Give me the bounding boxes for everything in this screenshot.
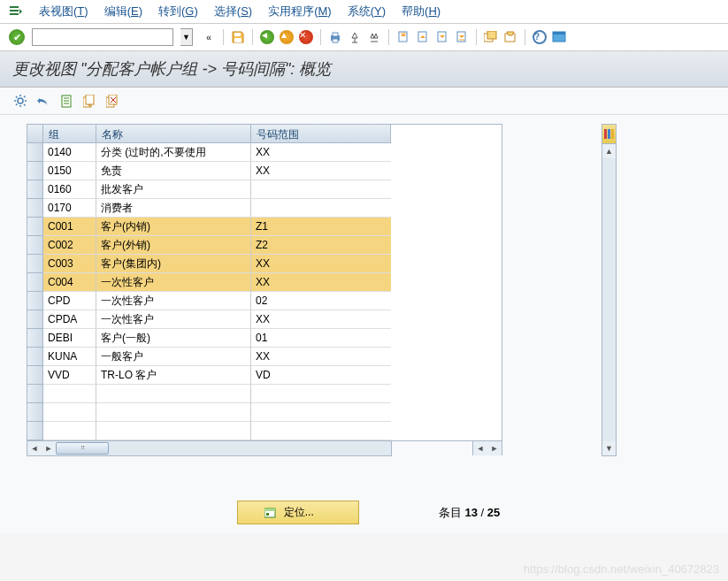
delete-button[interactable]	[104, 93, 120, 109]
cell-group[interactable]: C003	[43, 255, 96, 273]
row-selector[interactable]	[27, 236, 43, 255]
hscroll-right-icon[interactable]: ►	[42, 441, 56, 455]
hscroll2-left-icon[interactable]: ◄	[473, 441, 487, 455]
cell-name[interactable]: TR-LO 客户	[96, 366, 251, 385]
vscroll-down-icon[interactable]: ▼	[602, 441, 616, 455]
cell-name[interactable]: 消费者	[96, 199, 251, 218]
cell-name[interactable]: 客户(内销)	[96, 218, 251, 236]
cell-name[interactable]: 客户(外销)	[96, 236, 251, 255]
cell-range[interactable]: XX	[251, 143, 391, 162]
hscroll-left-icon[interactable]: ◄	[27, 441, 42, 455]
row-selector[interactable]	[27, 329, 43, 348]
hscroll-thumb[interactable]: ⠿	[56, 442, 109, 455]
cell-range[interactable]: 02	[251, 292, 391, 310]
enter-button[interactable]: ✔	[9, 29, 25, 45]
hscroll2-right-icon[interactable]: ►	[487, 441, 502, 455]
cell-group[interactable]: C002	[43, 236, 96, 255]
cell-group[interactable]: 0170	[43, 199, 96, 218]
help-button[interactable]: ?	[531, 28, 548, 46]
cell-name[interactable]	[96, 385, 251, 403]
row-selector[interactable]	[27, 385, 43, 403]
layout-button[interactable]	[550, 28, 568, 46]
find-next-button[interactable]	[365, 28, 383, 46]
cell-group[interactable]: C001	[43, 218, 96, 236]
undo-button[interactable]	[35, 93, 51, 109]
command-field[interactable]	[32, 28, 173, 46]
col-header-range[interactable]: 号码范围	[251, 125, 391, 143]
row-selector[interactable]	[27, 403, 43, 422]
cell-range[interactable]: 01	[251, 329, 391, 348]
cell-name[interactable]: 一次性客户	[96, 310, 251, 329]
cell-group[interactable]	[43, 422, 96, 440]
change-display-button[interactable]	[12, 93, 28, 109]
cell-range[interactable]: XX	[251, 255, 391, 273]
cell-name[interactable]: 一次性客户	[96, 273, 251, 292]
exit-button[interactable]: ▲	[278, 28, 295, 46]
cell-group[interactable]: CPD	[43, 292, 96, 310]
vscroll-track[interactable]	[602, 158, 616, 441]
vscroll-up-icon[interactable]: ▲	[602, 144, 616, 158]
cell-group[interactable]	[43, 385, 96, 403]
shortcut-button[interactable]	[502, 28, 519, 46]
save-button[interactable]	[229, 28, 247, 46]
hscroll-track[interactable]: ⠿	[56, 441, 391, 455]
cell-range[interactable]: Z2	[251, 236, 391, 255]
cell-name[interactable]	[96, 422, 251, 440]
menu-select[interactable]: 选择(S)	[214, 4, 252, 19]
position-button[interactable]: 定位...	[237, 501, 359, 524]
row-selector[interactable]	[27, 348, 43, 366]
cell-group[interactable]: C004	[43, 273, 96, 292]
new-session-button[interactable]	[482, 28, 500, 46]
row-selector[interactable]	[27, 162, 43, 180]
select-all-corner[interactable]	[27, 125, 43, 143]
cell-range[interactable]: XX	[251, 348, 391, 366]
cell-name[interactable]: 一般客户	[96, 348, 251, 366]
menu-dropdown-icon[interactable]	[9, 5, 23, 18]
cell-group[interactable]: VVD	[43, 366, 96, 385]
last-page-button[interactable]	[453, 28, 471, 46]
row-selector[interactable]	[27, 273, 43, 292]
cell-group[interactable]: 0160	[43, 180, 96, 199]
cell-range[interactable]: XX	[251, 310, 391, 329]
chevron-left-icon[interactable]: «	[200, 28, 218, 46]
row-selector[interactable]	[27, 310, 43, 329]
row-selector[interactable]	[27, 366, 43, 385]
cell-group[interactable]: CPDA	[43, 310, 96, 329]
menu-edit[interactable]: 编辑(E)	[104, 4, 142, 19]
cell-range[interactable]: XX	[251, 162, 391, 180]
menu-utilities[interactable]: 实用程序(M)	[268, 4, 332, 19]
new-entries-button[interactable]	[58, 93, 74, 109]
row-selector[interactable]	[27, 422, 43, 440]
row-selector[interactable]	[27, 218, 43, 236]
cell-group[interactable]: 0150	[43, 162, 96, 180]
next-page-button[interactable]	[433, 28, 451, 46]
first-page-button[interactable]	[395, 28, 412, 46]
menu-system[interactable]: 系统(Y)	[348, 4, 386, 19]
cell-range[interactable]	[251, 199, 391, 218]
back-button[interactable]: ◄	[258, 28, 276, 46]
find-button[interactable]	[346, 28, 364, 46]
cell-name[interactable]: 客户(集团内)	[96, 255, 251, 273]
cell-group[interactable]: KUNA	[43, 348, 96, 366]
row-selector[interactable]	[27, 143, 43, 162]
print-button[interactable]	[326, 28, 344, 46]
cell-name[interactable]: 免责	[96, 162, 251, 180]
cell-range[interactable]: XX	[251, 273, 391, 292]
cell-range[interactable]	[251, 422, 391, 440]
row-selector[interactable]	[27, 292, 43, 310]
row-selector[interactable]	[27, 255, 43, 273]
cell-range[interactable]	[251, 180, 391, 199]
cancel-button[interactable]: ✕	[297, 28, 315, 46]
menu-help[interactable]: 帮助(H)	[402, 4, 441, 19]
col-header-group[interactable]: 组	[43, 125, 96, 143]
row-selector[interactable]	[27, 199, 43, 218]
copy-button[interactable]	[81, 93, 97, 109]
row-selector[interactable]	[27, 180, 43, 199]
configure-columns-icon[interactable]	[602, 125, 616, 144]
cell-range[interactable]: VD	[251, 366, 391, 385]
cell-name[interactable]	[96, 403, 251, 422]
col-header-name[interactable]: 名称	[96, 125, 251, 143]
cell-name[interactable]: 批发客户	[96, 180, 251, 199]
cell-group[interactable]	[43, 403, 96, 422]
cell-range[interactable]	[251, 403, 391, 422]
